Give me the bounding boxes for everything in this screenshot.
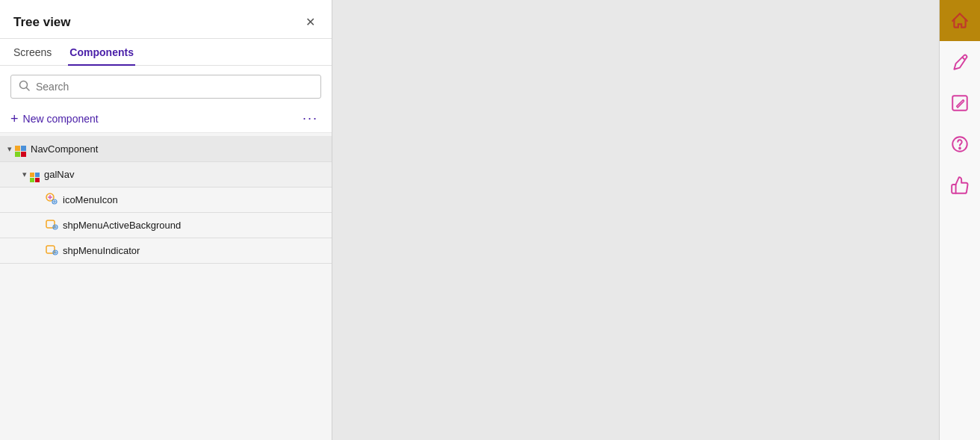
main-canvas <box>332 0 939 440</box>
shp-menu-active-icon <box>45 217 58 233</box>
close-button[interactable]: ✕ <box>301 13 320 31</box>
search-box <box>10 75 321 99</box>
plus-icon: + <box>10 112 19 126</box>
new-component-label: New component <box>23 113 99 125</box>
pen-tool-button[interactable] <box>940 41 981 82</box>
panel-title: Tree view <box>13 15 71 30</box>
shp-menu-active-label: shpMenuActiveBackground <box>63 220 326 231</box>
shp-menu-indicator-icon <box>45 243 58 258</box>
new-component-row: + New component ··· <box>0 105 332 133</box>
edit-button[interactable] <box>940 82 981 123</box>
tab-screens[interactable]: Screens <box>12 39 53 66</box>
tree-view-area: ▾ NavComponent ··· ▾ <box>0 133 332 440</box>
svg-point-18 <box>959 147 961 149</box>
home-button[interactable] <box>940 0 981 41</box>
tab-components[interactable]: Components <box>68 39 135 66</box>
like-button[interactable] <box>940 164 981 205</box>
tabs-container: Screens Components <box>0 39 332 66</box>
sidebar-header: Tree view ✕ <box>0 0 332 39</box>
search-input[interactable] <box>36 81 313 93</box>
chevron-down-icon: ▾ <box>7 144 12 154</box>
svg-line-1 <box>27 88 30 91</box>
help-button[interactable] <box>940 123 981 164</box>
chevron-down-icon: ▾ <box>22 170 27 179</box>
nav-component-icon <box>15 140 26 157</box>
tree-item-shp-menu-active[interactable]: shpMenuActiveBackground <box>0 213 332 238</box>
shp-menu-indicator-label: shpMenuIndicator <box>63 245 326 256</box>
ico-menu-icon-icon <box>45 192 58 208</box>
right-sidebar <box>939 0 980 440</box>
tree-item-ico-menu-icon[interactable]: icoMenuIcon <box>0 188 332 213</box>
tree-view-panel: Tree view ✕ Screens Components + New com… <box>0 0 332 440</box>
new-component-button[interactable]: + New component <box>10 112 99 126</box>
new-component-more-button[interactable]: ··· <box>300 111 321 126</box>
gal-nav-icon <box>30 167 40 182</box>
tree-item-nav-component[interactable]: ▾ NavComponent ··· <box>0 136 332 162</box>
tree-item-shp-menu-indicator[interactable]: shpMenuIndicator <box>0 238 332 264</box>
ico-menu-icon-label: icoMenuIcon <box>63 194 326 205</box>
search-icon <box>19 80 30 93</box>
tree-item-gal-nav[interactable]: ▾ galNav <box>0 162 332 188</box>
search-container <box>0 66 332 105</box>
gal-nav-label: galNav <box>44 169 326 180</box>
nav-component-label: NavComponent <box>31 143 306 155</box>
